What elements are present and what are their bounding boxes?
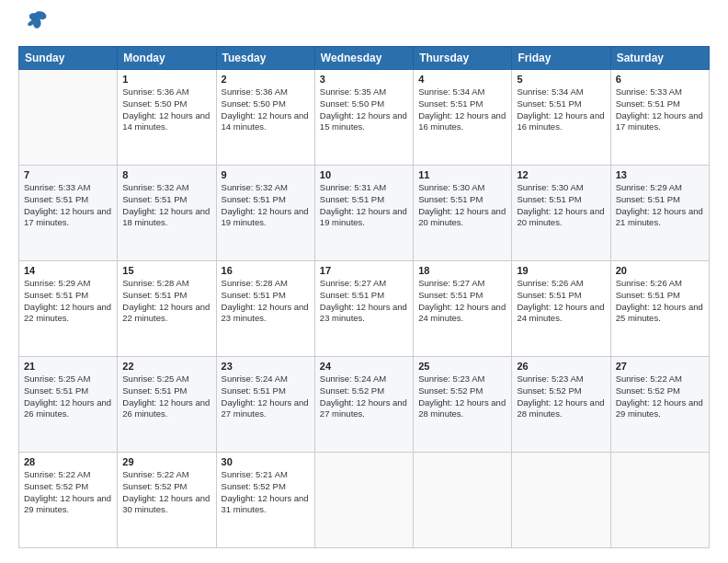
day-info: Sunrise: 5:30 AMSunset: 5:51 PMDaylight:… (517, 182, 605, 229)
day-info: Sunrise: 5:32 AMSunset: 5:51 PMDaylight:… (222, 182, 310, 229)
day-number: 28 (24, 456, 112, 467)
calendar-cell: 14Sunrise: 5:29 AMSunset: 5:51 PMDayligh… (19, 261, 118, 357)
day-number: 13 (616, 169, 704, 180)
day-number: 21 (24, 361, 112, 372)
day-info: Sunrise: 5:31 AMSunset: 5:51 PMDaylight:… (320, 182, 408, 229)
day-number: 24 (320, 361, 408, 372)
calendar-cell: 27Sunrise: 5:22 AMSunset: 5:52 PMDayligh… (610, 357, 709, 453)
day-number: 5 (517, 74, 605, 85)
day-info: Sunrise: 5:29 AMSunset: 5:51 PMDaylight:… (616, 182, 704, 229)
day-number: 12 (517, 169, 605, 180)
calendar-cell: 11Sunrise: 5:30 AMSunset: 5:51 PMDayligh… (414, 166, 512, 261)
day-info: Sunrise: 5:26 AMSunset: 5:51 PMDaylight:… (517, 278, 605, 325)
calendar-table: SundayMondayTuesdayWednesdayThursdayFrid… (18, 46, 710, 548)
day-number: 22 (122, 361, 210, 372)
day-number: 25 (418, 361, 506, 372)
calendar-week-row: 7Sunrise: 5:33 AMSunset: 5:51 PMDaylight… (19, 166, 710, 261)
calendar-cell (314, 453, 413, 548)
calendar-cell: 21Sunrise: 5:25 AMSunset: 5:51 PMDayligh… (19, 357, 118, 453)
logo (18, 15, 49, 37)
weekday-thursday: Thursday (414, 47, 512, 70)
calendar-cell: 6Sunrise: 5:33 AMSunset: 5:51 PMDaylight… (610, 70, 709, 166)
day-info: Sunrise: 5:21 AMSunset: 5:52 PMDaylight:… (222, 469, 310, 516)
weekday-wednesday: Wednesday (314, 47, 413, 70)
day-info: Sunrise: 5:34 AMSunset: 5:51 PMDaylight:… (418, 86, 506, 133)
calendar-cell: 5Sunrise: 5:34 AMSunset: 5:51 PMDaylight… (512, 70, 610, 166)
calendar-cell: 9Sunrise: 5:32 AMSunset: 5:51 PMDaylight… (216, 166, 314, 261)
day-info: Sunrise: 5:34 AMSunset: 5:51 PMDaylight:… (517, 86, 605, 133)
calendar-week-row: 21Sunrise: 5:25 AMSunset: 5:51 PMDayligh… (19, 357, 710, 453)
day-number: 2 (222, 74, 310, 85)
day-number: 4 (418, 74, 506, 85)
calendar-week-row: 28Sunrise: 5:22 AMSunset: 5:52 PMDayligh… (19, 453, 710, 548)
weekday-friday: Friday (512, 47, 610, 70)
calendar-cell: 10Sunrise: 5:31 AMSunset: 5:51 PMDayligh… (314, 166, 413, 261)
day-info: Sunrise: 5:28 AMSunset: 5:51 PMDaylight:… (122, 278, 210, 325)
day-info: Sunrise: 5:25 AMSunset: 5:51 PMDaylight:… (122, 373, 210, 420)
calendar-cell: 30Sunrise: 5:21 AMSunset: 5:52 PMDayligh… (216, 453, 314, 548)
calendar-cell (19, 70, 118, 166)
day-number: 10 (320, 169, 408, 180)
day-info: Sunrise: 5:27 AMSunset: 5:51 PMDaylight:… (320, 278, 408, 325)
calendar-cell: 1Sunrise: 5:36 AMSunset: 5:50 PMDaylight… (118, 70, 216, 166)
day-number: 29 (122, 456, 210, 467)
calendar-cell (512, 453, 610, 548)
calendar-cell: 22Sunrise: 5:25 AMSunset: 5:51 PMDayligh… (118, 357, 216, 453)
calendar-cell: 28Sunrise: 5:22 AMSunset: 5:52 PMDayligh… (19, 453, 118, 548)
day-number: 1 (122, 74, 210, 85)
calendar-cell: 18Sunrise: 5:27 AMSunset: 5:51 PMDayligh… (414, 261, 512, 357)
calendar-cell (414, 453, 512, 548)
calendar-cell: 3Sunrise: 5:35 AMSunset: 5:50 PMDaylight… (314, 70, 413, 166)
page: SundayMondayTuesdayWednesdayThursdayFrid… (0, 0, 728, 563)
day-info: Sunrise: 5:30 AMSunset: 5:51 PMDaylight:… (418, 182, 506, 229)
calendar-cell: 13Sunrise: 5:29 AMSunset: 5:51 PMDayligh… (610, 166, 709, 261)
day-number: 11 (418, 169, 506, 180)
calendar-cell: 16Sunrise: 5:28 AMSunset: 5:51 PMDayligh… (216, 261, 314, 357)
day-info: Sunrise: 5:35 AMSunset: 5:50 PMDaylight:… (320, 86, 408, 133)
day-number: 14 (24, 265, 112, 276)
calendar-cell: 8Sunrise: 5:32 AMSunset: 5:51 PMDaylight… (118, 166, 216, 261)
logo-bird-icon (23, 7, 49, 33)
day-number: 7 (24, 169, 112, 180)
calendar-cell: 17Sunrise: 5:27 AMSunset: 5:51 PMDayligh… (314, 261, 413, 357)
day-number: 17 (320, 265, 408, 276)
day-number: 15 (122, 265, 210, 276)
day-number: 20 (616, 265, 704, 276)
day-info: Sunrise: 5:33 AMSunset: 5:51 PMDaylight:… (616, 86, 704, 133)
calendar-cell: 24Sunrise: 5:24 AMSunset: 5:52 PMDayligh… (314, 357, 413, 453)
calendar-cell: 23Sunrise: 5:24 AMSunset: 5:51 PMDayligh… (216, 357, 314, 453)
day-info: Sunrise: 5:29 AMSunset: 5:51 PMDaylight:… (24, 278, 112, 325)
day-info: Sunrise: 5:36 AMSunset: 5:50 PMDaylight:… (222, 86, 310, 133)
day-number: 6 (616, 74, 704, 85)
day-info: Sunrise: 5:23 AMSunset: 5:52 PMDaylight:… (517, 373, 605, 420)
calendar-cell: 19Sunrise: 5:26 AMSunset: 5:51 PMDayligh… (512, 261, 610, 357)
day-info: Sunrise: 5:26 AMSunset: 5:51 PMDaylight:… (616, 278, 704, 325)
calendar-cell: 12Sunrise: 5:30 AMSunset: 5:51 PMDayligh… (512, 166, 610, 261)
calendar-cell (610, 453, 709, 548)
day-number: 19 (517, 265, 605, 276)
calendar-cell: 15Sunrise: 5:28 AMSunset: 5:51 PMDayligh… (118, 261, 216, 357)
weekday-tuesday: Tuesday (216, 47, 314, 70)
day-info: Sunrise: 5:22 AMSunset: 5:52 PMDaylight:… (24, 469, 112, 516)
calendar-week-row: 1Sunrise: 5:36 AMSunset: 5:50 PMDaylight… (19, 70, 710, 166)
calendar-cell: 25Sunrise: 5:23 AMSunset: 5:52 PMDayligh… (414, 357, 512, 453)
day-info: Sunrise: 5:23 AMSunset: 5:52 PMDaylight:… (418, 373, 506, 420)
day-info: Sunrise: 5:22 AMSunset: 5:52 PMDaylight:… (616, 373, 704, 420)
calendar-cell: 4Sunrise: 5:34 AMSunset: 5:51 PMDaylight… (414, 70, 512, 166)
day-number: 26 (517, 361, 605, 372)
weekday-sunday: Sunday (19, 47, 118, 70)
calendar-cell: 7Sunrise: 5:33 AMSunset: 5:51 PMDaylight… (19, 166, 118, 261)
weekday-monday: Monday (118, 47, 216, 70)
day-info: Sunrise: 5:28 AMSunset: 5:51 PMDaylight:… (222, 278, 310, 325)
day-info: Sunrise: 5:25 AMSunset: 5:51 PMDaylight:… (24, 373, 112, 420)
day-number: 8 (122, 169, 210, 180)
day-number: 3 (320, 74, 408, 85)
calendar-cell: 2Sunrise: 5:36 AMSunset: 5:50 PMDaylight… (216, 70, 314, 166)
day-info: Sunrise: 5:32 AMSunset: 5:51 PMDaylight:… (122, 182, 210, 229)
calendar-cell: 26Sunrise: 5:23 AMSunset: 5:52 PMDayligh… (512, 357, 610, 453)
weekday-saturday: Saturday (610, 47, 709, 70)
weekday-header-row: SundayMondayTuesdayWednesdayThursdayFrid… (19, 47, 710, 70)
day-number: 27 (616, 361, 704, 372)
day-number: 16 (222, 265, 310, 276)
day-info: Sunrise: 5:24 AMSunset: 5:52 PMDaylight:… (320, 373, 408, 420)
